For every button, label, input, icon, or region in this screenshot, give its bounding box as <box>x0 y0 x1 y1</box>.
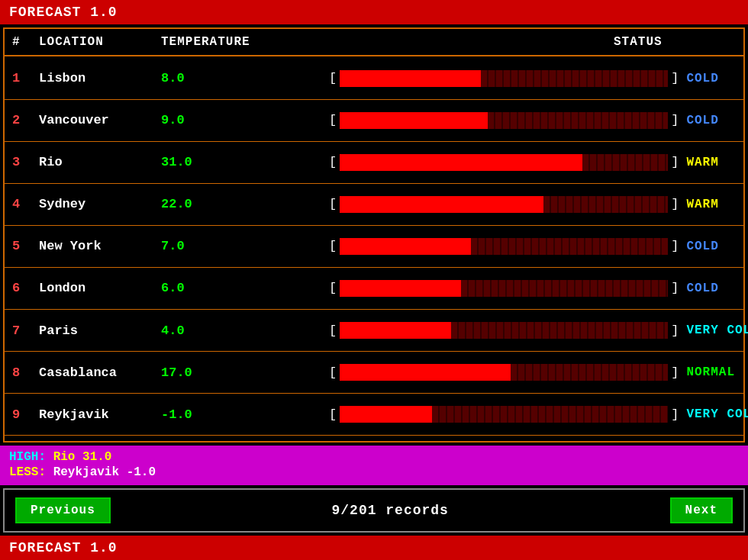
bar-fill <box>340 280 461 297</box>
bar-open: [ <box>329 323 337 338</box>
stats-high: HIGH: Rio 31.0 <box>9 450 739 464</box>
row-bar: [ ] <box>329 196 679 213</box>
row-location: Sydney <box>39 197 161 211</box>
table-body: 1 Lisbon 8.0 [ ] COLD 2 Vancouver 9.0 [ <box>5 56 743 441</box>
row-status: VERY COLD <box>679 323 748 337</box>
stats-low-label: LESS: <box>9 465 46 479</box>
col-header-temperature: TEMPERATURE <box>161 35 329 49</box>
table-row: 2 Vancouver 9.0 [ ] COLD <box>5 104 743 137</box>
table-row: 7 Paris 4.0 [ ] VERY COLD <box>5 314 743 347</box>
col-header-status: STATUS <box>614 35 736 49</box>
bar-container <box>340 196 668 213</box>
bar-close: ] <box>671 113 679 127</box>
bar-container <box>340 238 668 255</box>
stats-area: HIGH: Rio 31.0 LESS: Reykjavik -1.0 <box>0 446 748 485</box>
bar-empty <box>481 70 668 87</box>
col-header-bar <box>329 35 614 49</box>
bar-fill <box>340 238 471 255</box>
next-button[interactable]: Next <box>670 497 733 523</box>
bar-container <box>340 364 668 381</box>
row-num: 1 <box>12 71 39 85</box>
bar-close: ] <box>671 365 679 380</box>
table-row: 3 Rio 31.0 [ ] WARM <box>5 146 743 179</box>
records-info: 9/201 records <box>331 503 448 518</box>
row-num: 9 <box>12 407 39 422</box>
bar-container <box>340 112 668 129</box>
row-temp: 8.0 <box>161 71 329 85</box>
row-location: Reykjavik <box>39 407 161 422</box>
row-temp: 9.0 <box>161 113 329 127</box>
bar-empty <box>451 322 668 339</box>
bar-open: [ <box>329 365 337 380</box>
row-bar: [ ] <box>329 322 679 339</box>
row-status: WARM <box>679 198 748 211</box>
bar-fill <box>340 70 481 87</box>
table-row: 9 Reykjavik -1.0 [ ] VERY COLD <box>5 397 743 431</box>
bar-open: [ <box>329 281 337 295</box>
row-temp: 22.0 <box>161 197 329 211</box>
bar-fill <box>340 112 488 129</box>
bar-fill <box>340 406 431 423</box>
nav-area: Previous 9/201 records Next <box>3 488 745 533</box>
stats-high-value2: Rio 31.0 <box>53 450 112 464</box>
table-row: 6 London 6.0 [ ] COLD <box>5 272 743 305</box>
table-row: 8 Casablanca 17.0 [ ] NORMAL <box>5 356 743 389</box>
row-status: COLD <box>679 72 748 85</box>
row-temp: -1.0 <box>161 407 329 422</box>
bar-close: ] <box>671 323 679 338</box>
bar-open: [ <box>329 71 337 85</box>
bar-close: ] <box>671 281 679 295</box>
row-status: WARM <box>679 156 748 169</box>
row-bar: [ ] <box>329 364 679 381</box>
prev-button[interactable]: Previous <box>15 497 111 523</box>
row-status: NORMAL <box>679 365 748 379</box>
row-num: 3 <box>12 155 39 169</box>
bar-fill <box>340 322 451 339</box>
row-num: 2 <box>12 113 39 127</box>
bar-empty <box>488 112 669 129</box>
bar-container <box>340 406 668 423</box>
row-location: New York <box>39 239 161 253</box>
table-row: 4 Sydney 22.0 [ ] WARM <box>5 188 743 221</box>
row-status: VERY COLD <box>679 407 748 421</box>
row-temp: 31.0 <box>161 155 329 169</box>
row-bar: [ ] <box>329 112 679 129</box>
stats-high-label: HIGH: <box>9 450 46 464</box>
row-temp: 4.0 <box>161 323 329 338</box>
stats-low: LESS: Reykjavik -1.0 <box>9 465 739 479</box>
row-num: 7 <box>12 323 39 338</box>
row-bar: [ ] <box>329 280 679 297</box>
bar-container <box>340 70 668 87</box>
row-num: 5 <box>12 239 39 253</box>
row-num: 8 <box>12 365 39 380</box>
table-row: 5 New York 7.0 [ ] COLD <box>5 230 743 263</box>
main-table-area: # LOCATION TEMPERATURE STATUS 1 Lisbon 8… <box>3 27 745 443</box>
row-temp: 7.0 <box>161 239 329 253</box>
bar-close: ] <box>671 197 679 211</box>
row-location: Vancouver <box>39 113 161 127</box>
bar-empty <box>432 406 669 423</box>
row-temp: 6.0 <box>161 281 329 295</box>
row-location: Lisbon <box>39 71 161 85</box>
row-bar: [ ] <box>329 238 679 255</box>
bar-close: ] <box>671 407 679 422</box>
bar-empty <box>461 280 668 297</box>
row-status: COLD <box>679 240 748 253</box>
row-location: Casablanca <box>39 365 161 380</box>
bar-open: [ <box>329 407 337 422</box>
bar-empty <box>511 364 668 381</box>
app-footer: FORECAST 1.0 <box>0 536 748 560</box>
row-location: London <box>39 281 161 295</box>
bar-container <box>340 154 668 171</box>
bar-open: [ <box>329 113 337 127</box>
row-num: 6 <box>12 281 39 295</box>
bar-fill <box>340 364 511 381</box>
row-bar: [ ] <box>329 154 679 171</box>
bar-open: [ <box>329 239 337 253</box>
stats-low-value: Reykjavik -1.0 <box>53 465 156 479</box>
bar-empty <box>582 154 668 171</box>
row-bar: [ ] <box>329 406 679 423</box>
bar-close: ] <box>671 155 679 169</box>
row-temp: 17.0 <box>161 365 329 380</box>
row-location: Rio <box>39 155 161 169</box>
